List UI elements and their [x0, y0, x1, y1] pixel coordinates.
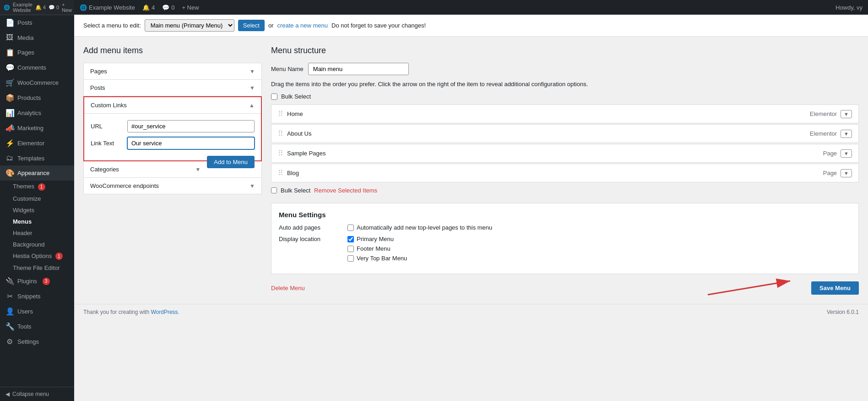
top-bulk-select-checkbox[interactable] [271, 93, 277, 100]
url-input[interactable] [127, 120, 255, 132]
sidebar-sub-menus[interactable]: Menus [0, 216, 74, 227]
sidebar-sub-themes[interactable]: Themes 1 [0, 181, 74, 193]
comments-icon[interactable]: 💬 0 [49, 5, 59, 11]
home-item-type: Elementor [810, 110, 837, 117]
products-icon: 📦 [5, 93, 14, 102]
topbar-howdy: Howdy, vy [835, 4, 863, 11]
sidebar-sub-header[interactable]: Header [0, 227, 74, 239]
sidebar-item-elementor[interactable]: ⚡ Elementor [0, 136, 74, 151]
create-new-menu-link[interactable]: create a new menu [277, 22, 328, 29]
sidebar-item-appearance[interactable]: 🎨 Appearance [0, 165, 74, 181]
sidebar-item-media[interactable]: 🖼 Media [0, 30, 74, 45]
sample-pages-item-name: Sample Pages [287, 150, 326, 157]
pages-icon: 📋 [5, 48, 14, 57]
auto-add-checkbox-label[interactable]: Automatically add new top-level pages to… [347, 224, 492, 231]
auto-add-checkbox[interactable] [347, 225, 354, 231]
display-location-label: Display location [279, 236, 338, 262]
wordpress-link[interactable]: WordPress [151, 309, 178, 315]
sidebar-item-products[interactable]: 📦 Products [0, 90, 74, 105]
sidebar-item-woocommerce[interactable]: 🛒 WooCommerce [0, 75, 74, 90]
sidebar-sub-background[interactable]: Background [0, 239, 74, 250]
topbar-new[interactable]: + New [182, 4, 199, 11]
menu-item-about-us: ⠿ About Us Elementor ▼ [271, 124, 859, 143]
drag-handle-sample-pages[interactable]: ⠿ [278, 149, 283, 158]
drag-handle-about-us[interactable]: ⠿ [278, 129, 283, 138]
custom-links-accordion-header[interactable]: Custom Links ▲ [84, 97, 261, 113]
remove-selected-link[interactable]: Remove Selected Items [314, 187, 377, 194]
sidebar-label-settings: Settings [17, 338, 39, 345]
sidebar-sub-hestia-options[interactable]: Hestia Options 1 [0, 250, 74, 263]
sidebar-sub-theme-file-editor[interactable]: Theme File Editor [0, 262, 74, 274]
customize-label: Customize [13, 195, 41, 202]
save-hint: Do not forget to save your changes! [331, 22, 426, 29]
theme-file-editor-label: Theme File Editor [13, 264, 60, 271]
new-button[interactable]: + New [62, 2, 72, 13]
blog-item-name: Blog [287, 170, 299, 176]
marketing-icon: 📣 [5, 124, 14, 132]
header-label: Header [13, 230, 33, 236]
menu-select-dropdown[interactable]: Main menu (Primary Menu) [145, 19, 234, 32]
very-top-bar-checkbox[interactable] [347, 255, 354, 262]
about-us-item-expand[interactable]: ▼ [841, 130, 852, 138]
site-name[interactable]: Example Website [13, 2, 33, 13]
delete-menu-link[interactable]: Delete Menu [271, 285, 305, 291]
drag-handle-home[interactable]: ⠿ [278, 110, 283, 118]
save-arrow-indicator [708, 276, 799, 299]
sidebar-label-plugins: Plugins [17, 278, 37, 285]
categories-accordion-header[interactable]: Categories ▼ [84, 161, 207, 177]
sidebar-item-analytics[interactable]: 📊 Analytics [0, 105, 74, 121]
display-location-options: Primary Menu Footer Menu Very Top Bar Me… [347, 236, 407, 262]
custom-links-accordion-label: Custom Links [91, 102, 127, 109]
widgets-label: Widgets [13, 207, 34, 214]
sample-pages-item-expand[interactable]: ▼ [841, 149, 852, 158]
add-to-menu-button[interactable]: Add to Menu [207, 156, 255, 168]
updates-badge[interactable]: 🔔 4 [35, 5, 46, 11]
sidebar-item-posts[interactable]: 📄 Posts [0, 15, 74, 30]
collapse-menu-button[interactable]: ◀ Collapse menu [0, 387, 74, 401]
woocommerce-icon: 🛒 [5, 78, 14, 87]
save-menu-button[interactable]: Save Menu [811, 281, 859, 295]
sidebar-sub-widgets[interactable]: Widgets [0, 204, 74, 216]
very-top-bar-label[interactable]: Very Top Bar Menu [347, 255, 407, 262]
topbar-comments[interactable]: 💬 0 [162, 4, 174, 11]
sidebar-item-users[interactable]: 👤 Users [0, 304, 74, 319]
auto-add-row: Auto add pages Automatically add new top… [279, 224, 851, 231]
sidebar-item-comments[interactable]: 💬 Comments [0, 60, 74, 75]
auto-add-label: Auto add pages [279, 224, 338, 231]
menu-name-input[interactable] [308, 63, 409, 75]
sidebar-item-plugins[interactable]: 🔌 Plugins 3 [0, 274, 74, 289]
sidebar-item-templates[interactable]: 🗂 Templates [0, 151, 74, 165]
collapse-icon: ◀ [5, 391, 10, 397]
link-text-input[interactable] [127, 137, 255, 149]
sidebar-item-snippets[interactable]: ✂ Snippets [0, 289, 74, 304]
posts-accordion-header[interactable]: Posts ▼ [84, 80, 261, 96]
woocommerce-endpoints-accordion-header[interactable]: WooCommerce endpoints ▼ [84, 178, 261, 194]
elementor-icon: ⚡ [5, 139, 14, 148]
primary-menu-checkbox[interactable] [347, 236, 354, 242]
blog-item-expand[interactable]: ▼ [841, 169, 852, 177]
footer-menu-label[interactable]: Footer Menu [347, 245, 407, 252]
topbar-site-name[interactable]: Example Website [89, 4, 135, 11]
menu-item-sample-pages: ⠿ Sample Pages Page ▼ [271, 144, 859, 163]
top-bulk-select-label: Bulk Select [281, 93, 311, 100]
primary-menu-label[interactable]: Primary Menu [347, 236, 407, 242]
appearance-icon: 🎨 [5, 169, 14, 177]
menu-select-button[interactable]: Select [238, 20, 265, 31]
woocommerce-endpoints-accordion-label: WooCommerce endpoints [90, 182, 159, 189]
home-item-expand[interactable]: ▼ [841, 110, 852, 118]
sidebar-item-settings[interactable]: ⚙ Settings [0, 334, 74, 349]
bottom-bulk-select-checkbox[interactable] [271, 187, 277, 193]
sidebar-sub-customize[interactable]: Customize [0, 193, 74, 204]
sidebar-item-tools[interactable]: 🔧 Tools [0, 319, 74, 334]
drag-handle-blog[interactable]: ⠿ [278, 169, 283, 177]
topbar-updates[interactable]: 🔔 4 [142, 4, 155, 11]
menu-structure-title: Menu structure [271, 46, 859, 55]
bottom-bulk-select-row: Bulk Select Remove Selected Items [271, 187, 859, 194]
sidebar-item-marketing[interactable]: 📣 Marketing [0, 121, 74, 136]
sidebar-label-templates: Templates [17, 155, 44, 162]
sidebar-item-pages[interactable]: 📋 Pages [0, 45, 74, 60]
menu-select-label: Select a menu to edit: [83, 22, 141, 29]
pages-accordion-header[interactable]: Pages ▼ [84, 63, 261, 79]
topbar-site[interactable]: 🌐 Example Website [80, 4, 135, 11]
footer-menu-checkbox[interactable] [347, 246, 354, 252]
